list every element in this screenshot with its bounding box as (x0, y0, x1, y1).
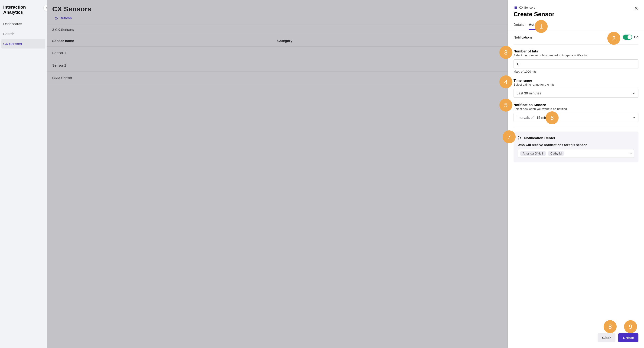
table-count: 3 CX Sensors (47, 24, 508, 35)
section-notifications: Notifications On (514, 30, 638, 44)
cell-category (278, 51, 502, 55)
breadcrumb-label: CX Sensors (519, 6, 535, 9)
grid-icon (514, 5, 517, 9)
recipients-select[interactable]: Amanda O'Neill Cathy M (518, 149, 634, 158)
recipient-chip[interactable]: Amanda O'Neill (520, 151, 546, 156)
col-header-name[interactable]: Sensor name (52, 39, 278, 43)
hits-input[interactable] (514, 59, 638, 68)
close-button[interactable] (634, 6, 638, 11)
chevron-down-icon (632, 116, 636, 119)
hits-hint: Max. of 1000 hits (514, 70, 638, 73)
create-sensor-panel: CX Sensors Create Sensor Details Actions… (508, 0, 644, 348)
notifications-toggle[interactable] (623, 34, 632, 40)
notification-center-subtitle: Who will receive notifications for this … (518, 143, 634, 147)
recipient-chip[interactable]: Cathy M (548, 151, 564, 156)
table-row[interactable]: Sensor 2 (47, 59, 508, 72)
panel-title: Create Sensor (514, 11, 638, 18)
cell-name: Sensor 1 (52, 51, 278, 55)
notification-center-title: Notification Center (524, 136, 555, 140)
svg-point-10 (520, 138, 521, 138)
tab-actions[interactable]: Actions (529, 22, 542, 30)
notification-center-box: Notification Center Who will receive not… (514, 132, 638, 162)
page-title: CX Sensors (52, 5, 502, 13)
snooze-description: Select how often you want to be notified (514, 107, 638, 111)
snooze-label: Notification Snooze (514, 103, 638, 107)
app-title: Interaction Analytics (2, 5, 45, 19)
close-icon (634, 6, 638, 10)
cell-name: CRM Sensor (52, 76, 278, 80)
svg-point-3 (514, 7, 514, 8)
create-button[interactable]: Create (618, 333, 638, 342)
svg-point-5 (516, 7, 517, 8)
time-range-select[interactable]: Last 30 minutes (514, 89, 638, 98)
chevron-down-icon (629, 152, 632, 155)
table-header: Sensor name Category (47, 35, 508, 47)
time-range-label: Time range (514, 78, 638, 82)
sensor-table: 3 CX Sensors Sensor name Category Sensor… (47, 24, 508, 84)
sidebar: Interaction Analytics Dashboards Search … (0, 0, 47, 348)
section-hits: Number of hits Select the number of hits… (514, 44, 638, 76)
svg-point-8 (516, 8, 517, 9)
cell-category (278, 76, 502, 80)
svg-point-4 (515, 7, 516, 8)
tab-details[interactable]: Details (514, 22, 524, 30)
refresh-icon (54, 16, 58, 20)
svg-point-0 (514, 6, 514, 6)
notifications-toggle-label: On (634, 35, 638, 39)
cell-name: Sensor 2 (52, 63, 278, 67)
sidebar-item-dashboards[interactable]: Dashboards (2, 19, 45, 28)
sidebar-item-cx-sensors[interactable]: CX Sensors (2, 39, 45, 48)
svg-point-2 (516, 6, 517, 6)
time-range-value: Last 30 minutes (516, 91, 541, 95)
refresh-button[interactable]: Refresh (52, 15, 502, 24)
svg-point-7 (515, 8, 516, 9)
section-time-range: Time range Select a time range for the h… (514, 76, 638, 100)
panel-footer: Clear Create (508, 329, 644, 348)
svg-point-6 (514, 8, 514, 9)
time-range-description: Select a time range for the hits (514, 83, 638, 86)
table-row[interactable]: CRM Sensor (47, 72, 508, 84)
chevron-down-icon (632, 92, 636, 95)
breadcrumb: CX Sensors (514, 5, 638, 9)
hits-description: Select the number of hits needed to trig… (514, 54, 638, 57)
refresh-label: Refresh (60, 16, 72, 20)
svg-point-1 (515, 6, 516, 6)
hits-label: Number of hits (514, 49, 638, 53)
svg-point-11 (519, 139, 519, 139)
snooze-prefix: Intervals of: (516, 115, 535, 119)
notifications-label: Notifications (514, 35, 532, 39)
panel-tabs: Details Actions (508, 22, 644, 30)
snooze-select[interactable]: Intervals of: 15 min (514, 113, 638, 122)
sidebar-item-search[interactable]: Search (2, 29, 45, 38)
svg-point-9 (519, 136, 519, 137)
cell-category (278, 63, 502, 67)
clear-button[interactable]: Clear (598, 333, 616, 342)
notification-center-icon (518, 136, 522, 140)
table-row[interactable]: Sensor 1 (47, 47, 508, 59)
col-header-category[interactable]: Category (278, 39, 502, 43)
snooze-value: 15 min (536, 115, 547, 119)
main-content: CX Sensors Refresh 3 CX Sensors Sensor n… (47, 0, 508, 348)
section-snooze: Notification Snooze Select how often you… (514, 100, 638, 127)
